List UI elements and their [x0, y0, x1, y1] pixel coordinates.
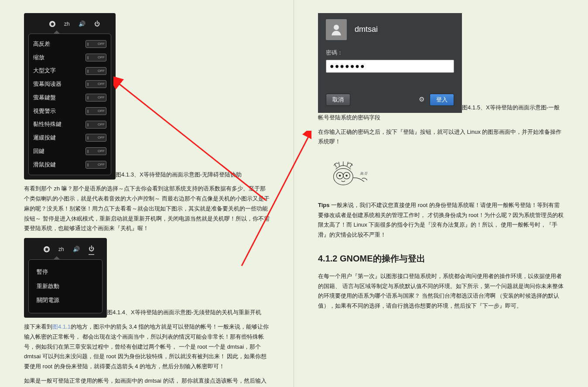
toggle-switch[interactable]: OFF	[85, 107, 106, 115]
menu-item-suspend[interactable]: 暫停	[33, 265, 98, 279]
login-panel: dmtsai 密碼： 取消 ⚙ 登入	[318, 13, 462, 113]
power-popup: .popup-box.p2::before{left:148px;} 暫停 重新…	[28, 259, 103, 313]
paragraph: 接下来看到图4.1.1的地方，图示中的箭头 3,4 指的地方就是可以登陆的帐号！…	[24, 322, 270, 372]
section-heading: 4.1.2 GNOME的操作与登出	[318, 251, 564, 266]
toggle-row: 萤幕阅读器OFF	[33, 78, 106, 91]
speaker-icon: 🔊	[73, 244, 80, 255]
vbird-cartoon-icon: 鳥哥	[325, 156, 377, 190]
paragraph: 如果是一般可登陆正常使用的帐号，如画面中的 dmtsai 的话， 那你就直接点选…	[24, 376, 270, 387]
toggle-switch[interactable]: OFF	[85, 67, 106, 75]
power-icon: ⏻	[94, 19, 100, 29]
toggle-switch[interactable]: OFF	[85, 80, 106, 88]
svg-point-9	[346, 175, 347, 176]
toggle-row: 滑鼠按鍵OFF	[33, 158, 106, 172]
svg-text:鳥哥: 鳥哥	[359, 171, 368, 176]
accessibility-popup: 高反差OFF 缩放OFF 大型文字OFF 萤幕阅读器OFF 萤幕鍵盤OFF 視覺…	[28, 34, 111, 176]
toggle-row: 缩放OFF	[33, 51, 106, 64]
password-input[interactable]	[326, 60, 454, 73]
toggle-row: 高反差OFF	[33, 37, 106, 51]
toggle-switch[interactable]: OFF	[85, 54, 106, 61]
right-column: dmtsai 密碼： 取消 ⚙ 登入 图4.1.5、X等待登陆的画面示意图-一般…	[294, 0, 588, 387]
toggle-switch[interactable]: OFF	[85, 147, 106, 155]
toggle-switch[interactable]: OFF	[85, 161, 106, 169]
paragraph: 在每一个用户『第一次』以图形接口登陆系统时，系统都会询问使用者的操作环境，以依据…	[318, 272, 564, 311]
toggle-row: 遲緩按鍵OFF	[33, 131, 106, 145]
fig-413-topbar: ✱ zh 🔊 ⏻	[28, 17, 111, 33]
lang-indicator: zh	[58, 245, 64, 254]
toggle-row: 黏性特殊鍵OFF	[33, 118, 106, 131]
lang-indicator: zh	[64, 20, 70, 29]
paragraph: 在你输入正确的密码之后，按下『登陆』按钮，就可以进入 Linux 的图形画面中，…	[318, 127, 564, 147]
toggle-switch[interactable]: OFF	[85, 94, 106, 102]
power-icon: ⏻	[89, 244, 94, 255]
svg-point-2	[334, 25, 339, 30]
toggle-switch[interactable]: OFF	[85, 121, 106, 129]
fig-414-panel: ✱ zh 🔊 ⏻ .popup-box.p2::before{left:148p…	[24, 238, 107, 318]
avatar-icon	[326, 19, 347, 40]
accessibility-icon: ✱	[44, 246, 50, 252]
fig-414-topbar: ✱ zh 🔊 ⏻	[28, 242, 103, 258]
toggle-row: 萤幕鍵盤OFF	[33, 91, 106, 105]
cancel-button[interactable]: 取消	[326, 94, 350, 106]
toggle-switch[interactable]: OFF	[85, 134, 106, 142]
login-username: dmtsai	[355, 23, 378, 37]
signin-button[interactable]: 登入	[430, 94, 454, 106]
speaker-icon: 🔊	[79, 19, 85, 29]
toggle-switch[interactable]: OFF	[85, 40, 106, 48]
left-column: ✱ zh 🔊 ⏻ 高反差OFF 缩放OFF 大型文字OFF 萤幕阅读器OFF 萤…	[0, 0, 294, 387]
fig-413-panel: ✱ zh 🔊 ⏻ 高反差OFF 缩放OFF 大型文字OFF 萤幕阅读器OFF 萤…	[24, 13, 116, 180]
link-fig-411[interactable]: 图4.1.1	[52, 323, 71, 330]
toggle-row: 大型文字OFF	[33, 64, 106, 78]
fig-413-caption: 图4.1.3、X等待登陆的画面示意图-无障碍登陆协助	[116, 171, 242, 178]
fig-414-caption: 图4.1.4、X等待登陆的画面示意图-无须登陆的关机与重新开机	[107, 309, 261, 316]
svg-point-8	[339, 175, 340, 176]
tips-paragraph: Tips 一般来说，我们不建议您直接使用 root 的身份登陆系统喔！请使用一般…	[318, 200, 564, 240]
toggle-row: 視覺警示OFF	[33, 105, 106, 118]
gear-icon[interactable]: ⚙	[419, 95, 424, 103]
menu-item-restart[interactable]: 重新啟動	[33, 279, 98, 294]
menu-item-poweroff[interactable]: 關閉電源	[33, 293, 98, 308]
paragraph: 有看到那个 zh 嘛？那个是语系的选择～点下去你会看到这部系统支持的语系数据有多…	[24, 184, 270, 234]
toggle-row: 回鍵OFF	[33, 145, 106, 158]
password-label: 密碼：	[326, 48, 454, 58]
accessibility-icon: ✱	[49, 21, 55, 27]
tips-label: Tips	[318, 202, 330, 208]
